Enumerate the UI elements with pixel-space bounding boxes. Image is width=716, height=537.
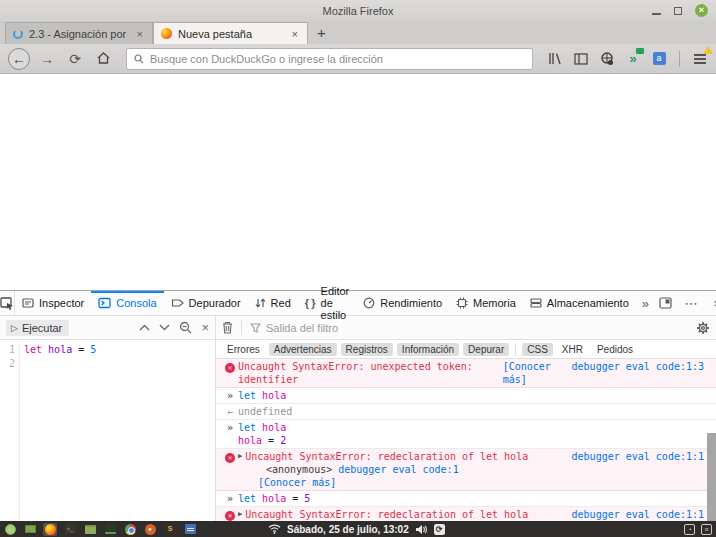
play-icon: ▷: [11, 323, 18, 333]
message-location-link[interactable]: debugger eval code:1:1: [572, 508, 704, 521]
console-message-input[interactable]: »let hola: [216, 388, 716, 404]
filter-pill-css[interactable]: CSS: [522, 343, 553, 356]
devtools-menu-icon[interactable]: ⋯: [680, 292, 702, 314]
console-message-input[interactable]: »let hola = 5: [216, 491, 716, 507]
stack-location-link[interactable]: debugger eval code:1: [338, 464, 458, 475]
devtools-panel: Inspector Consola Depurador Red { } Edit…: [0, 290, 716, 521]
tab-style-editor[interactable]: { } Editor de estilo: [298, 291, 357, 315]
braces-icon: { }: [305, 297, 316, 309]
expand-triangle-icon[interactable]: ▶: [238, 508, 242, 521]
navigation-toolbar: ← → ⟳ » a: [0, 44, 716, 74]
console-message-input[interactable]: »let holahola = 2: [216, 420, 716, 449]
taskbar-files-icon[interactable]: [83, 523, 97, 536]
address-search-input[interactable]: [150, 53, 525, 65]
minimize-icon[interactable]: [652, 13, 661, 15]
show-desktop-icon[interactable]: [23, 523, 37, 536]
taskbar-app-icon[interactable]: ●: [143, 523, 157, 536]
tab-close-icon[interactable]: ×: [135, 28, 145, 40]
reload-button[interactable]: ⟳: [64, 51, 86, 67]
next-expression-icon[interactable]: [159, 324, 170, 331]
more-tabs-icon[interactable]: »: [636, 291, 654, 315]
console-message-error[interactable]: ✕Uncaught SyntaxError: unexpected token:…: [216, 359, 716, 388]
forward-button[interactable]: →: [36, 51, 58, 67]
tab-debugger[interactable]: Depurador: [164, 291, 248, 315]
message-body: ▶Uncaught SyntaxError: redeclaration of …: [238, 508, 704, 521]
taskbar-notes-icon[interactable]: [183, 523, 197, 536]
firefox-favicon-icon: [161, 28, 172, 39]
console-filter-box[interactable]: [250, 322, 696, 334]
tab-inspector[interactable]: Inspector: [15, 291, 91, 315]
tab-performance[interactable]: Rendimiento: [356, 291, 449, 315]
scrollbar-thumb[interactable]: [707, 433, 716, 521]
navbar-right-icons: » a: [545, 51, 708, 67]
taskbar-editor-icon[interactable]: [103, 523, 117, 536]
update-warning-badge-icon: [703, 46, 713, 54]
tab-memory[interactable]: Memoria: [449, 291, 523, 315]
tab-close-icon[interactable]: ×: [290, 28, 300, 40]
taskbar-chrome-icon[interactable]: [123, 523, 137, 536]
new-tab-button[interactable]: +: [308, 24, 335, 44]
clear-console-icon[interactable]: [222, 321, 233, 334]
devtools-tab-row: Inspector Consola Depurador Red { } Edit…: [0, 291, 716, 316]
taskbar-firefox-icon[interactable]: [43, 523, 57, 536]
url-bar[interactable]: [126, 48, 533, 70]
expand-triangle-icon[interactable]: ▶: [238, 450, 242, 463]
filter-pill-registros[interactable]: Registros: [341, 343, 393, 356]
filter-pill-depurar[interactable]: Depurar: [463, 343, 509, 356]
console-output-pane: ErroresAdvertenciasRegistrosInformaciónD…: [216, 340, 716, 521]
taskbar-clock-area[interactable]: Sábado, 25 de julio, 13:02 ⟳: [268, 524, 445, 535]
back-button[interactable]: ←: [8, 48, 30, 70]
privacy-extension-icon[interactable]: [599, 51, 615, 67]
console-message-result[interactable]: ←undefined: [216, 404, 716, 420]
learn-more-link[interactable]: [Conocer más]: [503, 360, 572, 386]
split-console-icon[interactable]: [654, 292, 676, 314]
console-settings-gear-icon[interactable]: [696, 321, 710, 335]
menu-button[interactable]: [692, 51, 708, 67]
mint-menu-icon[interactable]: [3, 523, 17, 536]
tab-network[interactable]: Red: [248, 291, 298, 315]
filter-pill-pedidos[interactable]: Pedidos: [592, 343, 638, 356]
console-message-error[interactable]: ✕▶Uncaught SyntaxError: redeclaration of…: [216, 507, 716, 521]
console-message-error[interactable]: ✕▶Uncaught SyntaxError: redeclaration of…: [216, 449, 716, 491]
learn-more-link[interactable]: [Conocer más]: [258, 477, 336, 488]
message-body: Uncaught SyntaxError: unexpected token: …: [238, 360, 704, 386]
tab-storage[interactable]: Almacenamiento: [523, 291, 636, 315]
editor-code[interactable]: let hola = 5: [20, 343, 96, 521]
message-location-link[interactable]: debugger eval code:1:1: [572, 450, 704, 463]
pretty-print-icon[interactable]: [179, 321, 192, 334]
update-manager-icon[interactable]: ⟳: [434, 524, 445, 535]
close-editor-icon[interactable]: ×: [201, 320, 209, 335]
run-button[interactable]: ▷ Ejecutar: [6, 320, 69, 336]
message-location-link[interactable]: debugger eval code:1:3: [572, 360, 704, 386]
filter-pill-errores[interactable]: Errores: [222, 343, 265, 356]
browser-tab-1[interactable]: 2.3 - Asignación por valor o ×: [5, 22, 153, 44]
filter-pill-xhr[interactable]: XHR: [557, 343, 588, 356]
tray-clock-icon[interactable]: ◔: [684, 524, 695, 535]
prev-expression-icon[interactable]: [139, 324, 150, 331]
pick-element-icon[interactable]: [0, 291, 15, 315]
sidebar-icon[interactable]: [573, 51, 589, 67]
browser-tab-2-active[interactable]: Nueva pestaña ×: [153, 22, 308, 44]
tray-clipboard-icon[interactable]: ≡: [701, 524, 712, 535]
input-icon: »: [222, 421, 238, 434]
message-body: let hola = 5: [238, 492, 704, 505]
extension-badge: [636, 48, 644, 54]
library-icon[interactable]: [547, 51, 563, 67]
browser-tab-bar: 2.3 - Asignación por valor o × Nueva pes…: [0, 21, 716, 44]
green-extension-icon[interactable]: »: [625, 51, 641, 67]
home-button[interactable]: [92, 51, 114, 67]
filter-pill-información[interactable]: Información: [397, 343, 459, 356]
taskbar-sublime-icon[interactable]: S: [163, 523, 177, 536]
close-icon[interactable]: ×: [695, 4, 708, 17]
volume-icon[interactable]: [415, 524, 428, 535]
tab-label: Nueva pestaña: [178, 28, 284, 40]
system-taskbar: >_ ● S Sábado, 25 de julio, 13:02 ⟳ ◔ ≡: [0, 521, 716, 537]
multiline-editor[interactable]: 12 let hola = 5: [0, 340, 216, 521]
filter-output-input[interactable]: [266, 322, 696, 334]
translate-icon[interactable]: a: [651, 51, 667, 67]
devtools-close-icon[interactable]: ×: [706, 292, 716, 314]
restore-icon[interactable]: [674, 7, 682, 15]
taskbar-terminal-icon[interactable]: >_: [63, 523, 77, 536]
filter-pill-advertencias[interactable]: Advertencias: [269, 343, 337, 356]
tab-console[interactable]: Consola: [91, 291, 163, 315]
